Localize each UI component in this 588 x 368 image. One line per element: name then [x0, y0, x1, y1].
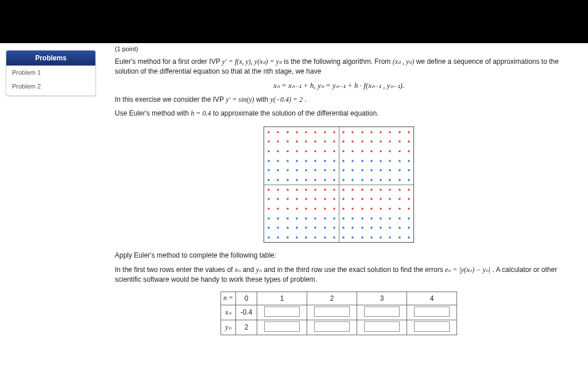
rows-text-2: and — [242, 266, 256, 274]
exercise-condition: y(−0.4) = 2 — [270, 95, 303, 103]
n-0: 0 — [236, 292, 257, 305]
row-n-label: n = — [220, 292, 235, 305]
sidebar-item-problem-2[interactable]: Problem 2 — [6, 79, 95, 93]
n-3: 3 — [357, 292, 407, 305]
sidebar-item-problem-1[interactable]: Problem 1 — [6, 66, 95, 79]
direction-field-plot — [264, 126, 414, 243]
use-paragraph: Use Euler's method with h = 0.4 to appro… — [115, 109, 563, 118]
top-black-bar — [0, 0, 588, 43]
n-4: 4 — [407, 292, 457, 305]
table-row-xn: xₙ -0.4 — [220, 305, 457, 320]
table-row-yn: yₙ 2 — [220, 320, 457, 335]
intro-ivp: y′ = f(x, y), y(x₀) = y₀ — [222, 57, 282, 66]
rows-yn: yₙ — [256, 266, 262, 274]
table-row-n: n = 0 1 2 3 4 — [220, 292, 457, 305]
rows-text-3: and in the third row use the exact solut… — [264, 266, 445, 274]
yn-0: 2 — [236, 320, 257, 335]
recurrence-formula: xₙ = xₙ₋₁ + h, yₙ = yₙ₋₁ + h · f(xₙ₋₁ , … — [115, 81, 563, 90]
n-2: 2 — [307, 292, 357, 305]
intro-paragraph: Euler's method for a first order IVP y′ … — [115, 57, 563, 76]
exercise-paragraph: In this exercise we consider the IVP y′ … — [115, 95, 563, 105]
xn-input-3[interactable] — [364, 306, 400, 317]
exercise-ivp: y′ = sin(y) — [226, 95, 254, 103]
xn-0: -0.4 — [236, 305, 257, 320]
exercise-text-1: In this exercise we consider the IVP — [115, 95, 226, 103]
apply-paragraph: Apply Euler's method to complete the fol… — [115, 251, 563, 260]
problem-content: (1 point) Euler's method for a first ord… — [115, 43, 586, 358]
rows-text-1: In the first two rows enter the values o… — [115, 266, 235, 274]
points-label: (1 point) — [115, 45, 563, 52]
yn-input-1[interactable] — [264, 321, 300, 332]
intro-from: (x₀ , y₀) — [393, 57, 415, 66]
plot-direction-marks — [264, 127, 413, 242]
xn-input-4[interactable] — [414, 306, 450, 317]
euler-table: n = 0 1 2 3 4 xₙ -0.4 yₙ 2 — [220, 292, 457, 335]
exercise-text-3: . — [304, 95, 306, 103]
row-xn-label: xₙ — [220, 305, 235, 320]
xn-input-1[interactable] — [264, 306, 300, 317]
yn-input-3[interactable] — [364, 321, 400, 332]
exercise-text-2: with — [256, 95, 270, 103]
sidebar-header: Problems — [6, 51, 95, 66]
row-yn-label: yₙ — [220, 320, 235, 335]
rows-en: eₙ = |y(xₙ) − yₙ| — [445, 266, 490, 274]
use-h: h = 0.4 — [191, 109, 211, 117]
n-1: 1 — [257, 292, 307, 305]
intro-text-1: Euler's method for a first order IVP — [115, 57, 222, 66]
rows-xn: xₙ — [235, 266, 241, 274]
use-text-2: to approximate the solution of the diffe… — [213, 109, 379, 117]
intro-text-2: is the the following algorithm. From — [284, 57, 392, 66]
yn-input-2[interactable] — [314, 321, 350, 332]
use-text-1: Use Euler's method with — [115, 109, 191, 117]
problems-sidebar: Problems Problem 1 Problem 2 — [6, 50, 96, 96]
xn-input-2[interactable] — [314, 306, 350, 317]
yn-input-4[interactable] — [414, 321, 450, 332]
rows-paragraph: In the first two rows enter the values o… — [115, 265, 563, 285]
